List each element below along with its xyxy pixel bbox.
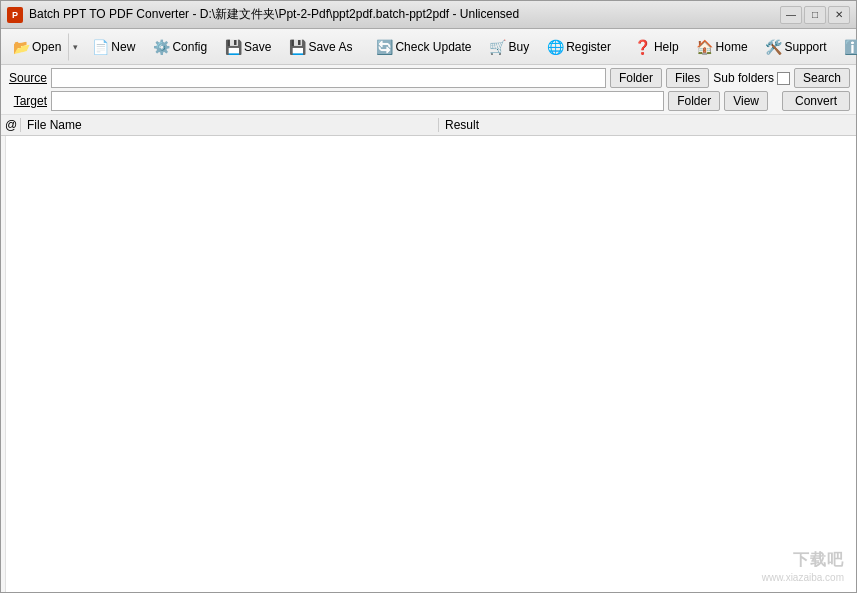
save-button[interactable]: 💾 Save [217, 33, 279, 61]
convert-button[interactable]: Convert [782, 91, 850, 111]
save-as-button[interactable]: 💾 Save As [281, 33, 360, 61]
target-input[interactable] [51, 91, 664, 111]
window-controls: — □ ✕ [780, 6, 850, 24]
source-row: Source Folder Files Sub folders Search [7, 68, 850, 88]
register-icon: 🌐 [547, 39, 563, 55]
col-filename-header: File Name [21, 118, 439, 132]
open-dropdown-button[interactable]: ▾ [68, 33, 82, 61]
source-input[interactable] [51, 68, 606, 88]
config-icon: ⚙️ [153, 39, 169, 55]
support-icon: 🛠️ [766, 39, 782, 55]
table-header: @ File Name Result [1, 115, 856, 136]
main-content: @ File Name Result 下载吧 www.xiazaiba.com [1, 115, 856, 592]
save-icon: 💾 [225, 39, 241, 55]
target-folder-button[interactable]: Folder [668, 91, 720, 111]
source-label: Source [7, 71, 47, 85]
sub-folders-group: Sub folders [713, 71, 790, 85]
title-bar: P Batch PPT TO PDF Converter - D:\新建文件夹\… [1, 1, 856, 29]
register-button[interactable]: 🌐 Register [539, 33, 619, 61]
new-button[interactable]: 📄 New [84, 33, 143, 61]
sub-folders-label: Sub folders [713, 71, 774, 85]
toolbar: 📂 Open ▾ 📄 New ⚙️ Config 💾 Save 💾 Save A… [1, 29, 856, 65]
open-button[interactable]: 📂 Open [5, 33, 68, 61]
target-label: Target [7, 94, 47, 108]
watermark-top: 下载吧 [793, 550, 844, 571]
check-update-icon: 🔄 [376, 39, 392, 55]
target-view-button[interactable]: View [724, 91, 768, 111]
app-icon: P [7, 7, 23, 23]
source-target-panel: Source Folder Files Sub folders Search T… [1, 65, 856, 115]
app-window: P Batch PPT TO PDF Converter - D:\新建文件夹\… [0, 0, 857, 593]
col-result-header: Result [439, 118, 856, 132]
new-icon: 📄 [92, 39, 108, 55]
search-button[interactable]: Search [794, 68, 850, 88]
col-at-header: @ [1, 118, 21, 132]
buy-icon: 🛒 [490, 39, 506, 55]
source-files-button[interactable]: Files [666, 68, 709, 88]
about-icon: ℹ️ [845, 39, 857, 55]
minimize-button[interactable]: — [780, 6, 802, 24]
check-update-button[interactable]: 🔄 Check Update [368, 33, 479, 61]
watermark-bottom: www.xiazaiba.com [762, 571, 844, 584]
left-edge-decoration [1, 136, 6, 592]
home-button[interactable]: 🏠 Home [689, 33, 756, 61]
about-button[interactable]: ℹ️ About [837, 33, 857, 61]
home-icon: 🏠 [697, 39, 713, 55]
window-title: Batch PPT TO PDF Converter - D:\新建文件夹\Pp… [29, 6, 519, 23]
watermark: 下载吧 www.xiazaiba.com [762, 550, 844, 584]
table-body: 下载吧 www.xiazaiba.com [1, 136, 856, 592]
target-row: Target Folder View Convert [7, 91, 850, 111]
help-button[interactable]: ❓ Help [627, 33, 687, 61]
buy-button[interactable]: 🛒 Buy [482, 33, 538, 61]
maximize-button[interactable]: □ [804, 6, 826, 24]
help-icon: ❓ [635, 39, 651, 55]
open-group: 📂 Open ▾ [5, 33, 82, 61]
open-icon: 📂 [13, 39, 29, 55]
sub-folders-checkbox[interactable] [777, 72, 790, 85]
save-as-icon: 💾 [289, 39, 305, 55]
config-button[interactable]: ⚙️ Config [145, 33, 215, 61]
close-button[interactable]: ✕ [828, 6, 850, 24]
source-folder-button[interactable]: Folder [610, 68, 662, 88]
support-button[interactable]: 🛠️ Support [758, 33, 835, 61]
